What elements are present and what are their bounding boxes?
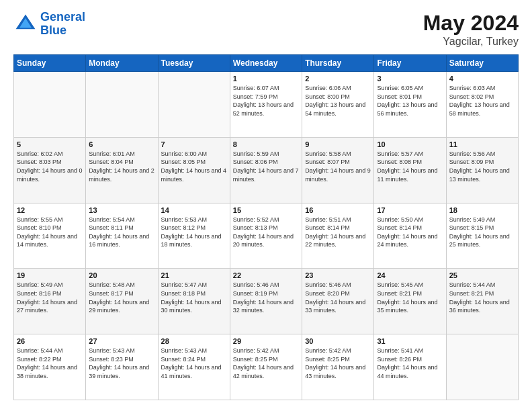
calendar-cell: 16 Sunrise: 5:51 AMSunset: 8:14 PMDaylig…: [302, 203, 374, 269]
calendar-header-row: Sunday Monday Tuesday Wednesday Thursday…: [14, 55, 519, 72]
day-number: 9: [305, 140, 371, 148]
day-number: 25: [449, 271, 515, 279]
day-info: Sunrise: 5:43 AMSunset: 8:24 PMDaylight:…: [161, 347, 222, 379]
calendar-cell: 25 Sunrise: 5:44 AMSunset: 8:21 PMDaylig…: [446, 269, 518, 334]
day-info: Sunrise: 5:46 AMSunset: 8:20 PMDaylight:…: [305, 281, 365, 314]
day-info: Sunrise: 5:41 AMSunset: 8:26 PMDaylight:…: [377, 347, 437, 379]
day-info: Sunrise: 5:57 AMSunset: 8:08 PMDaylight:…: [377, 150, 437, 183]
col-tuesday: Tuesday: [158, 55, 230, 72]
day-number: 6: [89, 140, 154, 148]
day-number: 2: [305, 75, 371, 83]
day-number: 10: [377, 140, 443, 148]
calendar-cell: 27 Sunrise: 5:43 AMSunset: 8:23 PMDaylig…: [86, 334, 158, 400]
day-info: Sunrise: 5:58 AMSunset: 8:07 PMDaylight:…: [305, 150, 371, 183]
day-info: Sunrise: 5:43 AMSunset: 8:23 PMDaylight:…: [89, 347, 149, 379]
calendar-week-3: 12 Sunrise: 5:55 AMSunset: 8:10 PMDaylig…: [14, 203, 519, 269]
calendar-cell: 5 Sunrise: 6:02 AMSunset: 8:03 PMDayligh…: [14, 137, 86, 203]
calendar-cell: 2 Sunrise: 6:06 AMSunset: 8:00 PMDayligh…: [302, 72, 374, 138]
day-info: Sunrise: 6:01 AMSunset: 8:04 PMDaylight:…: [89, 150, 154, 183]
page: General Blue May 2024 Yagcilar, Turkey S…: [0, 0, 532, 411]
day-info: Sunrise: 5:42 AMSunset: 8:25 PMDaylight:…: [233, 347, 294, 379]
day-info: Sunrise: 6:02 AMSunset: 8:03 PMDaylight:…: [17, 150, 83, 183]
calendar-cell: 1 Sunrise: 6:07 AMSunset: 7:59 PMDayligh…: [230, 72, 302, 138]
calendar-cell: 13 Sunrise: 5:54 AMSunset: 8:11 PMDaylig…: [86, 203, 158, 269]
calendar-cell: 17 Sunrise: 5:50 AMSunset: 8:14 PMDaylig…: [374, 203, 446, 269]
day-info: Sunrise: 5:44 AMSunset: 8:21 PMDaylight:…: [449, 281, 510, 314]
logo-general: General: [40, 10, 85, 24]
day-info: Sunrise: 5:47 AMSunset: 8:18 PMDaylight:…: [161, 281, 222, 314]
day-info: Sunrise: 6:06 AMSunset: 8:00 PMDaylight:…: [305, 85, 365, 117]
col-monday: Monday: [86, 55, 158, 72]
calendar-cell: 30 Sunrise: 5:42 AMSunset: 8:25 PMDaylig…: [302, 334, 374, 400]
calendar-cell: 21 Sunrise: 5:47 AMSunset: 8:18 PMDaylig…: [158, 269, 230, 334]
day-info: Sunrise: 6:07 AMSunset: 7:59 PMDaylight:…: [233, 85, 294, 117]
day-number: 16: [305, 206, 371, 214]
day-number: 1: [233, 75, 299, 83]
day-info: Sunrise: 5:51 AMSunset: 8:14 PMDaylight:…: [305, 216, 365, 248]
day-number: 18: [449, 206, 515, 214]
day-number: 26: [17, 337, 83, 345]
day-info: Sunrise: 5:48 AMSunset: 8:17 PMDaylight:…: [89, 281, 149, 314]
col-saturday: Saturday: [446, 55, 518, 72]
day-number: 19: [17, 271, 83, 279]
logo-text: General Blue: [40, 11, 85, 38]
logo-icon: [13, 12, 38, 36]
day-number: 11: [449, 140, 515, 148]
day-number: 14: [161, 206, 227, 214]
day-number: 27: [89, 337, 154, 345]
day-info: Sunrise: 5:55 AMSunset: 8:10 PMDaylight:…: [17, 216, 77, 248]
day-info: Sunrise: 5:54 AMSunset: 8:11 PMDaylight:…: [89, 216, 149, 248]
day-number: 31: [377, 337, 443, 345]
calendar-table: Sunday Monday Tuesday Wednesday Thursday…: [13, 54, 519, 400]
calendar-cell: [446, 334, 518, 400]
col-wednesday: Wednesday: [230, 55, 302, 72]
day-info: Sunrise: 6:05 AMSunset: 8:01 PMDaylight:…: [377, 85, 437, 117]
calendar-cell: 15 Sunrise: 5:52 AMSunset: 8:13 PMDaylig…: [230, 203, 302, 269]
col-thursday: Thursday: [302, 55, 374, 72]
calendar-week-2: 5 Sunrise: 6:02 AMSunset: 8:03 PMDayligh…: [14, 137, 519, 203]
calendar-cell: 7 Sunrise: 6:00 AMSunset: 8:05 PMDayligh…: [158, 137, 230, 203]
calendar-week-1: 1 Sunrise: 6:07 AMSunset: 7:59 PMDayligh…: [14, 72, 519, 138]
day-number: 21: [161, 271, 227, 279]
calendar-cell: 10 Sunrise: 5:57 AMSunset: 8:08 PMDaylig…: [374, 137, 446, 203]
calendar-cell: 22 Sunrise: 5:46 AMSunset: 8:19 PMDaylig…: [230, 269, 302, 334]
location: Yagcilar, Turkey: [423, 36, 519, 48]
day-number: 23: [305, 271, 371, 279]
day-number: 30: [305, 337, 371, 345]
day-info: Sunrise: 5:45 AMSunset: 8:21 PMDaylight:…: [377, 281, 437, 314]
day-info: Sunrise: 5:44 AMSunset: 8:22 PMDaylight:…: [17, 347, 77, 379]
calendar-cell: 11 Sunrise: 5:56 AMSunset: 8:09 PMDaylig…: [446, 137, 518, 203]
day-number: 15: [233, 206, 299, 214]
calendar-cell: 14 Sunrise: 5:53 AMSunset: 8:12 PMDaylig…: [158, 203, 230, 269]
col-friday: Friday: [374, 55, 446, 72]
day-number: 29: [233, 337, 299, 345]
day-number: 4: [449, 75, 515, 83]
day-info: Sunrise: 5:49 AMSunset: 8:16 PMDaylight:…: [17, 281, 77, 314]
calendar-cell: 12 Sunrise: 5:55 AMSunset: 8:10 PMDaylig…: [14, 203, 86, 269]
day-number: 5: [17, 140, 83, 148]
calendar-cell: 23 Sunrise: 5:46 AMSunset: 8:20 PMDaylig…: [302, 269, 374, 334]
calendar-cell: 28 Sunrise: 5:43 AMSunset: 8:24 PMDaylig…: [158, 334, 230, 400]
logo-blue: Blue: [40, 24, 66, 37]
calendar-cell: 3 Sunrise: 6:05 AMSunset: 8:01 PMDayligh…: [374, 72, 446, 138]
calendar-cell: 20 Sunrise: 5:48 AMSunset: 8:17 PMDaylig…: [86, 269, 158, 334]
header: General Blue May 2024 Yagcilar, Turkey: [13, 11, 519, 48]
calendar-cell: 8 Sunrise: 5:59 AMSunset: 8:06 PMDayligh…: [230, 137, 302, 203]
calendar-cell: 31 Sunrise: 5:41 AMSunset: 8:26 PMDaylig…: [374, 334, 446, 400]
day-number: 20: [89, 271, 154, 279]
calendar-cell: [14, 72, 86, 138]
day-info: Sunrise: 5:49 AMSunset: 8:15 PMDaylight:…: [449, 216, 510, 248]
day-number: 8: [233, 140, 299, 148]
day-info: Sunrise: 5:42 AMSunset: 8:25 PMDaylight:…: [305, 347, 365, 379]
day-number: 28: [161, 337, 227, 345]
col-sunday: Sunday: [14, 55, 86, 72]
calendar-cell: 18 Sunrise: 5:49 AMSunset: 8:15 PMDaylig…: [446, 203, 518, 269]
day-number: 7: [161, 140, 227, 148]
calendar-cell: 26 Sunrise: 5:44 AMSunset: 8:22 PMDaylig…: [14, 334, 86, 400]
day-info: Sunrise: 6:00 AMSunset: 8:05 PMDaylight:…: [161, 150, 227, 183]
day-number: 24: [377, 271, 443, 279]
day-number: 17: [377, 206, 443, 214]
day-number: 22: [233, 271, 299, 279]
calendar-cell: 24 Sunrise: 5:45 AMSunset: 8:21 PMDaylig…: [374, 269, 446, 334]
day-info: Sunrise: 5:46 AMSunset: 8:19 PMDaylight:…: [233, 281, 294, 314]
